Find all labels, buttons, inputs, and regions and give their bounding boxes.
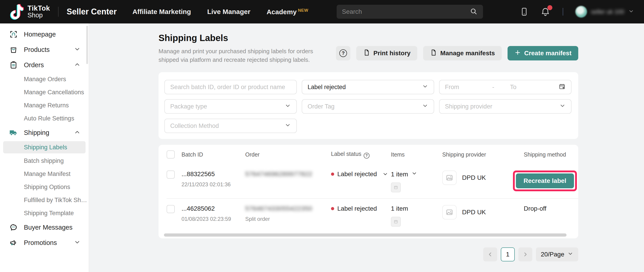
create-manifest-button[interactable]: Create manifest bbox=[508, 46, 578, 60]
account-menu[interactable]: seller uk 100 bbox=[575, 6, 634, 18]
date-range-picker[interactable]: From - To bbox=[439, 80, 572, 94]
order-id-blurred: 576467433055422350 bbox=[245, 205, 331, 212]
sidebar-item-manage-orders[interactable]: Manage Orders bbox=[0, 73, 89, 86]
batch-time: 01/08/2023 02:23:59 bbox=[182, 216, 245, 222]
item-thumbnail-placeholder bbox=[391, 183, 401, 192]
col-order: Order bbox=[245, 151, 331, 158]
provider-name: DPD UK bbox=[462, 209, 486, 216]
sidebar-item-orders[interactable]: Orders bbox=[0, 57, 89, 73]
top-nav: Affiliate Marketing Live Manager Academy… bbox=[132, 8, 308, 16]
global-search[interactable] bbox=[337, 5, 483, 19]
search-icon[interactable] bbox=[470, 7, 478, 16]
nav-academy[interactable]: AcademyNEW bbox=[266, 8, 308, 16]
horizontal-scrollbar[interactable] bbox=[164, 233, 566, 237]
chevron-down-icon[interactable] bbox=[412, 171, 417, 176]
provider-cell: DPD UK bbox=[442, 205, 524, 219]
mobile-app-icon[interactable] bbox=[519, 7, 530, 17]
next-page-button[interactable] bbox=[518, 247, 532, 261]
batch-time: 22/11/2023 02:01:36 bbox=[182, 181, 245, 188]
sidebar-item-shipping[interactable]: Shipping bbox=[0, 125, 89, 140]
megaphone-icon bbox=[9, 238, 18, 247]
order-id-blurred: 576474696289977822 bbox=[245, 171, 331, 178]
chevron-down-icon bbox=[422, 83, 428, 91]
sidebar-item-products[interactable]: Products bbox=[0, 42, 89, 57]
nav-affiliate-marketing[interactable]: Affiliate Marketing bbox=[132, 8, 191, 16]
help-button[interactable]: ? bbox=[336, 46, 350, 60]
chevron-up-icon bbox=[74, 129, 80, 137]
topbar-divider bbox=[58, 7, 58, 17]
prev-page-button[interactable] bbox=[483, 247, 497, 261]
chevron-down-icon bbox=[422, 103, 428, 110]
batch-search-input[interactable] bbox=[170, 84, 291, 91]
user-name-blurred: seller uk 100 bbox=[591, 8, 624, 15]
nav-live-manager[interactable]: Live Manager bbox=[207, 8, 250, 16]
batch-search-field[interactable] bbox=[164, 80, 297, 94]
sidebar-item-promotions[interactable]: Promotions bbox=[0, 235, 89, 250]
page-header: Shipping Labels Manage and print your pu… bbox=[158, 33, 578, 64]
tiktok-note-icon bbox=[10, 3, 24, 20]
main-content: Shipping Labels Manage and print your pu… bbox=[90, 24, 644, 272]
status-cell: Label rejected bbox=[331, 205, 391, 212]
shipping-provider-select[interactable]: Shipping provider bbox=[439, 99, 572, 114]
notifications-bell-icon[interactable] bbox=[540, 7, 550, 17]
chevron-up-icon bbox=[74, 61, 80, 69]
calendar-icon bbox=[558, 83, 566, 92]
batch-id: ...88322565 bbox=[182, 171, 245, 178]
truck-icon bbox=[9, 128, 18, 137]
clipboard-icon bbox=[9, 60, 18, 69]
image-placeholder-icon bbox=[442, 171, 457, 185]
sidebar-item-shipping-labels[interactable]: Shipping Labels bbox=[3, 141, 86, 153]
logo-wordmark: TikTok Shop bbox=[28, 5, 50, 19]
plus-icon bbox=[514, 49, 521, 58]
sidebar-scrollbar[interactable] bbox=[86, 26, 88, 64]
filters-panel: Label rejected From - To Pack bbox=[158, 72, 578, 139]
provider-name: DPD UK bbox=[462, 174, 486, 181]
sidebar-item-manage-returns[interactable]: Manage Returns bbox=[0, 99, 89, 112]
sidebar-item-label: Products bbox=[24, 46, 74, 53]
sidebar-item-manage-manifest[interactable]: Manage Manifest bbox=[0, 167, 89, 180]
global-search-input[interactable] bbox=[342, 8, 470, 15]
table-row: ...88322565 22/11/2023 02:01:36 57647469… bbox=[167, 164, 578, 198]
order-cell: 576474696289977822 bbox=[245, 171, 331, 178]
sidebar-item-shipping-template[interactable]: Shipping Template bbox=[0, 207, 89, 220]
item-thumbnail-placeholder bbox=[391, 217, 401, 227]
provider-cell: DPD UK bbox=[442, 171, 524, 185]
sidebar-item-fulfilled-by-tiktok-shop[interactable]: Fulfilled by TikTok Shop… bbox=[0, 194, 89, 207]
tiktok-shop-logo[interactable]: TikTok Shop bbox=[10, 3, 50, 20]
chevron-down-icon[interactable] bbox=[382, 171, 388, 177]
current-page-button[interactable]: 1 bbox=[501, 247, 515, 261]
status-cell[interactable]: Label rejected bbox=[331, 171, 391, 178]
avatar[interactable] bbox=[575, 6, 587, 18]
order-cell: 576467433055422350 Split order bbox=[245, 205, 331, 222]
sidebar-item-label: Buyer Messages bbox=[24, 224, 80, 231]
sidebar-item-manage-cancellations[interactable]: Manage Cancellations bbox=[0, 86, 89, 99]
items-count: 1 item bbox=[391, 205, 408, 212]
sidebar-item-buyer-messages[interactable]: Buyer Messages bbox=[0, 220, 89, 235]
row-checkbox[interactable] bbox=[167, 171, 175, 179]
order-tag-select[interactable]: Order Tag bbox=[302, 99, 434, 114]
print-history-button[interactable]: Print history bbox=[356, 46, 417, 60]
collection-method-select[interactable]: Collection Method bbox=[164, 119, 297, 133]
package-type-select[interactable]: Package type bbox=[164, 99, 297, 114]
help-circle-icon[interactable]: ? bbox=[364, 153, 370, 159]
items-cell: 1 item bbox=[391, 205, 442, 227]
product-name[interactable]: Seller Center bbox=[67, 7, 117, 17]
sidebar-item-shipping-options[interactable]: Shipping Options bbox=[0, 180, 89, 194]
manage-manifests-button[interactable]: Manage manifests bbox=[423, 46, 502, 60]
user-divider bbox=[563, 8, 563, 16]
chevron-down-icon bbox=[568, 251, 573, 258]
sidebar-item-homepage[interactable]: Homepage bbox=[0, 27, 89, 42]
order-note: Split order bbox=[245, 216, 331, 222]
items-cell[interactable]: 1 item bbox=[391, 171, 442, 192]
table-row: ...46285062 01/08/2023 02:23:59 57646743… bbox=[167, 198, 578, 232]
row-checkbox[interactable] bbox=[167, 205, 175, 213]
select-all-checkbox[interactable] bbox=[167, 151, 175, 159]
label-status-select[interactable]: Label rejected bbox=[302, 80, 434, 94]
sidebar-item-batch-shipping[interactable]: Batch shipping bbox=[0, 154, 89, 167]
status-dot bbox=[331, 207, 334, 210]
sidebar-item-label: Orders bbox=[24, 61, 74, 69]
status-label: Label rejected bbox=[337, 171, 377, 178]
sidebar-item-auto-rule-settings[interactable]: Auto Rule Settings bbox=[0, 112, 89, 125]
recreate-label-button[interactable]: Recreate label bbox=[516, 173, 574, 188]
page-size-select[interactable]: 20/Page bbox=[536, 247, 578, 261]
